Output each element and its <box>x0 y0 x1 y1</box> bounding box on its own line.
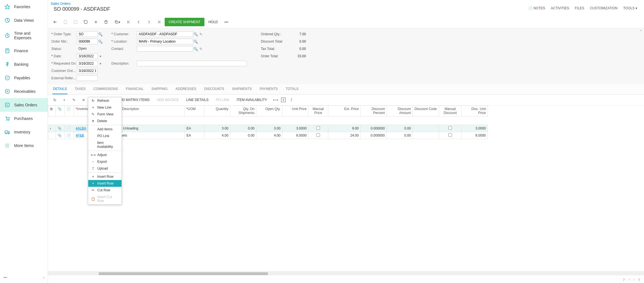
col-ext-price[interactable]: Ext. Price <box>328 106 361 117</box>
col-disc-amount[interactable]: Discount Amount <box>387 106 413 117</box>
first-icon[interactable] <box>124 18 133 26</box>
requested-on-field[interactable] <box>77 61 98 66</box>
adjust-icon[interactable]: ⟷ <box>272 96 279 104</box>
attach-icon[interactable]: 📎 <box>56 132 65 139</box>
note-icon[interactable]: 📄 <box>65 132 74 139</box>
last-icon[interactable] <box>155 18 164 26</box>
tab-taxes[interactable]: TAXES <box>74 84 86 94</box>
col-qty-shipments[interactable]: Qty. On Shipments <box>230 106 256 117</box>
search-icon[interactable]: 🔍 <box>193 46 198 51</box>
page-prev-icon[interactable]: ‹ <box>629 277 630 281</box>
customer-ord-field[interactable] <box>77 68 98 74</box>
trash-icon[interactable] <box>102 18 111 26</box>
prev-icon[interactable] <box>134 18 143 26</box>
ctx-po-link[interactable]: PO Link <box>88 133 122 139</box>
back-icon[interactable] <box>51 18 60 26</box>
cell-line-desc[interactable]: Mussels <box>113 132 184 139</box>
sidebar-item-inventory[interactable]: Inventory <box>0 125 48 139</box>
plus-icon[interactable] <box>91 18 100 26</box>
export-icon[interactable]: X <box>281 98 286 102</box>
sidebar-item-salesorders[interactable]: Sales Orders <box>0 98 48 112</box>
col-uom[interactable]: *UOM <box>185 106 204 117</box>
ctx-delete[interactable]: ✕Delete <box>88 118 122 124</box>
breadcrumb[interactable]: Sales Orders <box>51 2 113 6</box>
ctx-export[interactable]: ▫Export <box>88 158 122 165</box>
tab-financial[interactable]: FINANCIAL <box>125 84 144 94</box>
notes-link[interactable]: 📄 NOTES <box>528 6 545 10</box>
pencil-icon[interactable]: ✎ <box>198 32 203 37</box>
sidebar-item-receivables[interactable]: Receivables <box>0 85 48 98</box>
sidebar-item-favorites[interactable]: Favorites <box>0 0 48 14</box>
cell-unit-price[interactable]: 6.0000 <box>282 132 308 139</box>
chevron-down-icon[interactable]: ▾ <box>98 54 103 59</box>
manual-disc-checkbox[interactable] <box>448 126 452 130</box>
col-disc-unit-price[interactable]: Disc. Unit Price <box>462 106 488 117</box>
col-disc-percent[interactable]: Discount Percent <box>361 106 387 117</box>
sidebar-item-dataviews[interactable]: Data Views <box>0 14 48 27</box>
sidebar-item-banking[interactable]: Banking <box>0 58 48 71</box>
sidebar-item-payables[interactable]: Payables <box>0 71 48 85</box>
activities-link[interactable]: ACTIVITIES <box>551 6 569 10</box>
tab-shipments[interactable]: SHIPMENTS <box>231 84 252 94</box>
external-ref-field[interactable] <box>77 75 98 81</box>
search-icon[interactable]: 🔍 <box>98 39 103 44</box>
next-icon[interactable] <box>144 18 153 26</box>
save-icon[interactable] <box>61 18 70 26</box>
inventory-link[interactable]: 4F&B <box>76 133 84 137</box>
ctx-insert-row[interactable]: +Insert Row <box>88 180 122 187</box>
date-field[interactable] <box>77 53 98 59</box>
cell-qty[interactable]: 4.00 <box>204 132 230 139</box>
inventory-link[interactable]: 4ALBA <box>76 126 86 130</box>
manual-price-checkbox[interactable] <box>316 126 320 130</box>
ctx-upload[interactable]: ⤴Upload <box>88 165 122 172</box>
create-shipment-button[interactable]: CREATE SHIPMENT <box>165 18 204 26</box>
search-icon[interactable]: 🔍 <box>193 32 198 37</box>
col-manual-price[interactable]: Manual Price <box>308 106 328 117</box>
add-invoice-button[interactable]: ADD INVOICE <box>154 98 182 102</box>
cell-disc-pct[interactable]: 0.000000 <box>361 132 387 139</box>
manual-price-checkbox[interactable] <box>316 133 320 137</box>
edit-row-icon[interactable]: ✎ <box>70 96 78 104</box>
upload-icon[interactable]: ⤴ <box>287 96 295 104</box>
tab-totals[interactable]: TOTALS <box>285 84 299 94</box>
undo-icon[interactable] <box>81 18 90 26</box>
sidebar-item-purchases[interactable]: Purchases <box>0 112 48 125</box>
manual-disc-checkbox[interactable] <box>448 133 452 137</box>
more-actions-icon[interactable]: ••• <box>222 18 231 26</box>
ctx-adjust[interactable]: ⟷Adjust <box>88 152 122 158</box>
page-last-icon[interactable]: ›| <box>638 277 640 281</box>
copy-dropdown-icon[interactable]: ▾ <box>112 18 123 26</box>
cell-disc-amt[interactable]: 0.00 <box>387 125 413 132</box>
customization-link[interactable]: CUSTOMIZATION <box>590 6 617 10</box>
tab-details[interactable]: DETAILS <box>52 84 67 94</box>
order-nbr-field[interactable] <box>77 39 98 44</box>
sidebar-item-time[interactable]: Time and Expenses <box>0 27 48 44</box>
cell-disc-pct[interactable]: 0.000000 <box>361 125 387 132</box>
ctx-form-view[interactable]: ✎Form View <box>88 111 122 118</box>
collapse-up-icon[interactable]: ⌃ <box>639 29 642 34</box>
cell-unit-price[interactable]: 3.0000 <box>282 125 308 132</box>
horizontal-scrollbar[interactable] <box>48 271 644 275</box>
tab-payments[interactable]: PAYMENTS <box>259 84 278 94</box>
tab-addresses[interactable]: ADDRESSES <box>175 84 197 94</box>
cell-qty[interactable]: 3.00 <box>204 125 230 132</box>
page-next-icon[interactable]: › <box>633 277 634 281</box>
tab-discounts[interactable]: DISCOUNTS <box>204 84 225 94</box>
ctx-new-line[interactable]: +New Line <box>88 104 122 111</box>
save-close-icon[interactable] <box>71 18 80 26</box>
contact-field[interactable] <box>137 46 193 52</box>
page-first-icon[interactable]: |‹ <box>623 277 625 281</box>
hold-button[interactable]: HOLD <box>206 18 220 26</box>
order-type-field[interactable] <box>77 31 98 37</box>
collapse-sidebar-icon[interactable]: ‹ <box>43 275 44 280</box>
ctx-refresh[interactable]: ↻Refresh <box>88 97 122 104</box>
delete-row-icon[interactable]: ✕ <box>80 96 87 104</box>
cell-uom[interactable]: EA <box>185 132 204 139</box>
location-field[interactable] <box>137 39 193 44</box>
cell-uom[interactable]: EA <box>185 125 204 132</box>
ctx-add-items[interactable]: Add Items <box>88 126 122 133</box>
col-line-desc[interactable]: Line Description <box>113 106 184 117</box>
item-availability-button[interactable]: ITEM AVAILABILITY <box>234 98 270 102</box>
refresh-icon[interactable]: ↻ <box>51 96 59 104</box>
note-icon[interactable]: 📄 <box>65 125 74 132</box>
